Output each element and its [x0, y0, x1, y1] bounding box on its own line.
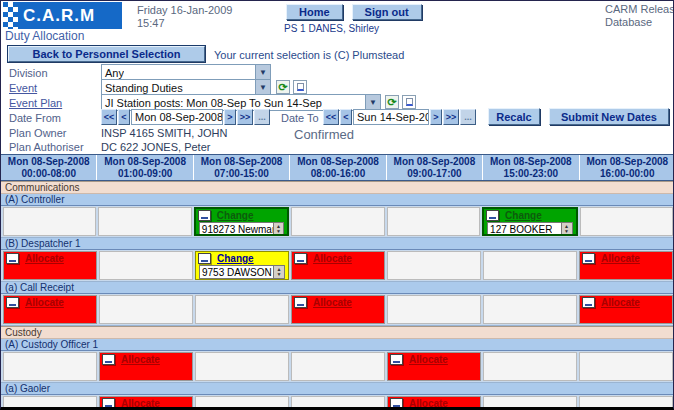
page-icon[interactable]: [402, 95, 416, 109]
date-to-picker-button[interactable]: ...: [460, 109, 476, 125]
spinner-control[interactable]: ▲▼: [561, 223, 572, 235]
event-plan-value: JI Station posts: Mon 08-Sep To Sun 14-S…: [102, 97, 322, 109]
shift-cell[interactable]: Allocate: [579, 295, 673, 324]
allocate-link[interactable]: Allocate: [25, 297, 64, 308]
shift-cell: [387, 207, 480, 236]
signout-button[interactable]: Sign out: [352, 4, 422, 20]
logo-text: C.A.R.M: [23, 6, 95, 26]
shift-cell[interactable]: Allocate: [387, 396, 481, 407]
shift-cell[interactable]: Allocate: [3, 295, 97, 324]
allocate-link[interactable]: Allocate: [601, 297, 640, 308]
allocate-link[interactable]: Allocate: [313, 297, 352, 308]
date-to-input[interactable]: [353, 109, 429, 125]
chevron-down-icon[interactable]: ▼: [365, 95, 380, 110]
current-selection-note: Your current selection is (C) Plumstead: [214, 49, 404, 61]
column-header: Mon 08-Sep-200808:00-16:00: [289, 155, 385, 180]
change-link[interactable]: Change: [217, 253, 254, 264]
recalc-button[interactable]: Recalc: [488, 108, 540, 125]
allocate-link[interactable]: Allocate: [121, 398, 160, 407]
shift-cell: [387, 295, 481, 324]
shift-cell: [483, 295, 577, 324]
spinner-control[interactable]: ▲▼: [273, 223, 283, 235]
date-from-prev-button[interactable]: <: [118, 109, 130, 125]
date-to-first-button[interactable]: <<: [323, 109, 339, 125]
allocate-link[interactable]: Allocate: [409, 398, 448, 407]
column-date: Mon 08-Sep-2008: [387, 156, 482, 168]
change-link[interactable]: Change: [217, 210, 254, 221]
allocation-icon[interactable]: [582, 253, 595, 264]
back-to-personnel-button[interactable]: Back to Personnel Selection: [8, 46, 205, 62]
shift-cell[interactable]: Allocate: [99, 352, 193, 381]
refresh-icon[interactable]: ⟳: [385, 95, 399, 109]
shift-cell: [3, 207, 96, 236]
date-from-input[interactable]: [131, 109, 223, 125]
date-to-label: Date To: [281, 112, 319, 124]
spinner-down-icon[interactable]: ▼: [277, 272, 282, 277]
shift-cell[interactable]: Change9753 DAWSON▲▼: [195, 251, 289, 280]
allocate-link[interactable]: Allocate: [409, 354, 448, 365]
shift-cell[interactable]: Allocate: [387, 352, 481, 381]
date-from-last-button[interactable]: >>: [237, 109, 253, 125]
shift-cell[interactable]: Allocate: [579, 251, 673, 280]
allocation-icon[interactable]: [582, 297, 595, 308]
allocation-icon[interactable]: [486, 210, 499, 221]
allocation-icon[interactable]: [102, 398, 115, 407]
shift-cell[interactable]: Allocate: [291, 251, 385, 280]
person-combo[interactable]: 9753 DAWSON▲▼: [199, 265, 285, 279]
person-combo[interactable]: 918273 Newman▲▼: [199, 222, 284, 236]
spinner-down-icon[interactable]: ▼: [564, 229, 569, 234]
shift-cell[interactable]: Change127 BOOKER▲▼: [482, 207, 577, 236]
position-row: (a) Gaoler: [1, 383, 674, 395]
allocate-link[interactable]: Allocate: [601, 253, 640, 264]
page-title: Duty Allocation: [5, 29, 84, 43]
home-button[interactable]: Home: [286, 4, 343, 20]
person-combo[interactable]: 127 BOOKER▲▼: [487, 222, 572, 236]
allocation-icon[interactable]: [390, 354, 403, 365]
shift-cell: [3, 352, 97, 381]
current-time: 15:47: [137, 17, 232, 30]
chevron-down-icon[interactable]: ▼: [255, 80, 270, 95]
shift-cell[interactable]: Allocate: [3, 251, 97, 280]
allocate-link[interactable]: Allocate: [313, 253, 352, 264]
event-plan-label-link[interactable]: Event Plan: [9, 97, 62, 109]
allocation-icon[interactable]: [294, 297, 307, 308]
shift-cell[interactable]: Allocate: [99, 396, 193, 407]
allocation-icon[interactable]: [294, 253, 307, 264]
allocation-icon[interactable]: [102, 354, 115, 365]
shift-cell: [580, 207, 673, 236]
refresh-icon[interactable]: ⟳: [276, 80, 290, 94]
chevron-down-icon[interactable]: ▼: [255, 65, 270, 80]
change-link[interactable]: Change: [505, 210, 542, 221]
event-label-link[interactable]: Event: [9, 82, 37, 94]
date-from-first-button[interactable]: <<: [101, 109, 117, 125]
spinner-control[interactable]: ▲▼: [273, 266, 284, 278]
date-to-last-button[interactable]: >>: [443, 109, 459, 125]
shift-cell[interactable]: Change918273 Newman▲▼: [194, 207, 289, 236]
date-to-prev-button[interactable]: <: [340, 109, 352, 125]
allocate-link[interactable]: Allocate: [121, 354, 160, 365]
shift-cell: [579, 396, 673, 407]
allocation-icon[interactable]: [198, 210, 211, 221]
date-from-next-button[interactable]: >: [224, 109, 236, 125]
plan-status: Confirmed: [294, 127, 354, 142]
current-datetime: Friday 16-Jan-2009 15:47: [137, 4, 232, 30]
column-time: 08:00-16:00: [290, 168, 385, 180]
allocation-icon[interactable]: [6, 253, 19, 264]
person-name: 918273 Newman: [200, 224, 273, 235]
page-icon[interactable]: [293, 80, 307, 94]
column-header: Mon 08-Sep-200807:00-15:00: [193, 155, 289, 180]
allocation-icon[interactable]: [390, 398, 403, 407]
spinner-down-icon[interactable]: ▼: [276, 229, 281, 234]
column-time: 07:00-15:00: [194, 168, 289, 180]
submit-new-dates-button[interactable]: Submit New Dates: [549, 108, 669, 125]
grid-header-row: Mon 08-Sep-200800:00-08:00Mon 08-Sep-200…: [1, 154, 674, 181]
date-to-next-button[interactable]: >: [430, 109, 442, 125]
column-header: Mon 08-Sep-200809:00-17:00: [386, 155, 482, 180]
allocate-link[interactable]: Allocate: [25, 253, 64, 264]
shift-cell[interactable]: Allocate: [291, 295, 385, 324]
allocation-icon[interactable]: [6, 297, 19, 308]
shift-cell: [195, 352, 289, 381]
allocation-icon[interactable]: [198, 253, 211, 264]
person-name: 127 BOOKER: [488, 224, 552, 235]
date-from-picker-button[interactable]: ...: [254, 109, 270, 125]
